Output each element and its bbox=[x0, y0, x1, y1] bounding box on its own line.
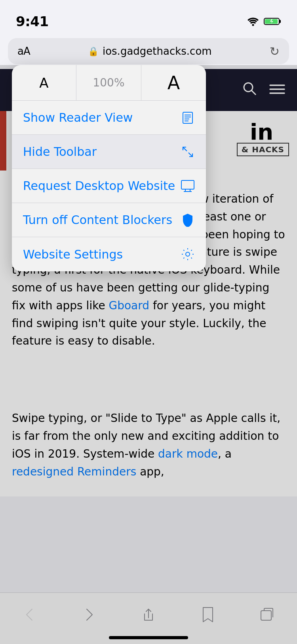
hide-toolbar-label: Hide Toolbar bbox=[23, 145, 97, 159]
request-desktop-label: Request Desktop Website bbox=[23, 179, 175, 193]
status-bar: 9:41 bbox=[0, 0, 297, 35]
svg-point-20 bbox=[186, 252, 190, 256]
font-decrease-button[interactable]: A bbox=[12, 65, 76, 100]
content-blockers-item[interactable]: Turn off Content Blockers bbox=[12, 203, 206, 237]
show-reader-view-item[interactable]: Show Reader View bbox=[12, 101, 206, 135]
gear-icon bbox=[181, 247, 195, 261]
address-bar-container: aA 🔒 ios.gadgethacks.com ↻ bbox=[0, 35, 297, 69]
website-settings-item[interactable]: Website Settings bbox=[12, 237, 206, 271]
font-size-button[interactable]: aA bbox=[17, 45, 30, 57]
website-settings-label: Website Settings bbox=[23, 247, 123, 261]
url-area: 🔒 ios.gadgethacks.com bbox=[88, 45, 212, 57]
hide-toolbar-item[interactable]: Hide Toolbar bbox=[12, 135, 206, 169]
font-percent-display: 100% bbox=[76, 65, 141, 100]
shield-icon bbox=[181, 213, 195, 227]
home-indicator bbox=[109, 636, 188, 639]
address-bar[interactable]: aA 🔒 ios.gadgethacks.com ↻ bbox=[8, 38, 289, 64]
lock-icon: 🔒 bbox=[88, 46, 99, 56]
svg-line-15 bbox=[188, 153, 192, 157]
svg-rect-16 bbox=[181, 180, 194, 189]
reload-icon[interactable]: ↻ bbox=[270, 44, 280, 58]
content-blockers-label: Turn off Content Blockers bbox=[23, 213, 172, 227]
reader-icon bbox=[181, 111, 195, 125]
wifi-icon bbox=[246, 17, 260, 26]
svg-rect-2 bbox=[279, 20, 281, 23]
popup-menu: A 100% A Show Reader View Hide Toolbar bbox=[12, 65, 206, 271]
resize-icon bbox=[181, 145, 195, 159]
status-icons bbox=[246, 17, 281, 26]
show-reader-view-label: Show Reader View bbox=[23, 111, 133, 125]
svg-line-14 bbox=[183, 147, 187, 151]
request-desktop-item[interactable]: Request Desktop Website bbox=[12, 169, 206, 203]
status-time: 9:41 bbox=[16, 13, 49, 29]
font-increase-button[interactable]: A bbox=[141, 65, 206, 100]
svg-point-0 bbox=[252, 24, 254, 26]
url-text: ios.gadgethacks.com bbox=[103, 45, 212, 57]
battery-icon bbox=[264, 17, 281, 26]
font-size-row: A 100% A bbox=[12, 65, 206, 101]
desktop-icon bbox=[181, 179, 195, 193]
svg-rect-9 bbox=[183, 112, 192, 123]
